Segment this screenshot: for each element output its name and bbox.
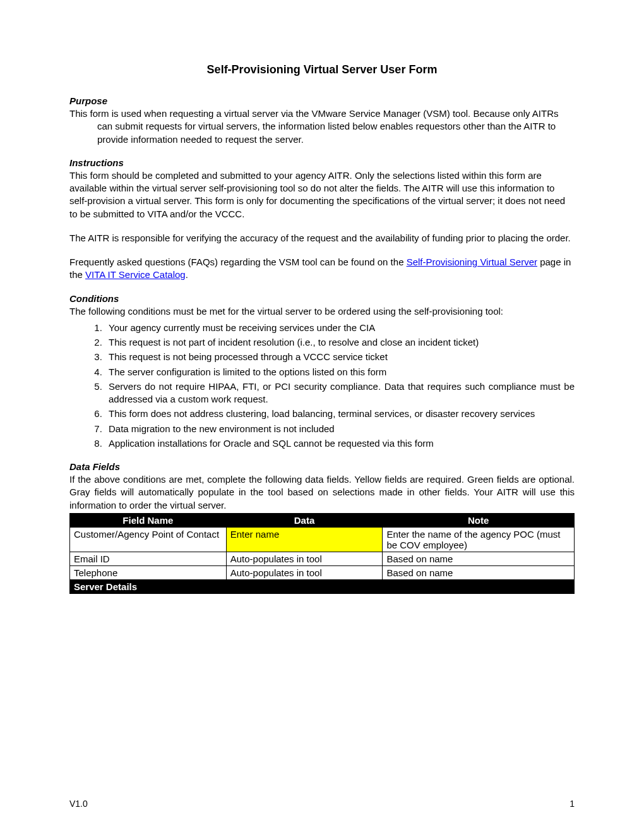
cell-data-required[interactable]: Enter name <box>226 527 383 552</box>
conditions-heading: Conditions <box>69 293 575 304</box>
condition-item: Application installations for Oracle and… <box>105 437 575 450</box>
cell-data-auto: Auto-populates in tool <box>226 552 383 565</box>
faq-posttext: . <box>186 269 188 280</box>
condition-item: Data migration to the new environment is… <box>105 423 575 435</box>
instructions-faq: Frequently asked questions (FAQs) regard… <box>69 256 575 282</box>
purpose-text: This form is used when requesting a virt… <box>69 107 575 146</box>
page-title: Self-Provisioning Virtual Server User Fo… <box>69 63 575 76</box>
document-page: Self-Provisioning Virtual Server User Fo… <box>0 0 644 834</box>
table-row: Telephone Auto-populates in tool Based o… <box>70 565 575 579</box>
link-self-provisioning[interactable]: Self-Provisioning Virtual Server <box>407 257 537 267</box>
instructions-para2: The AITR is responsible for verifying th… <box>69 232 575 245</box>
conditions-list: Your agency currently must be receiving … <box>69 322 575 450</box>
condition-item: Servers do not require HIPAA, FTI, or PC… <box>105 380 575 406</box>
instructions-heading: Instructions <box>69 157 575 168</box>
table-row: Customer/Agency Point of Contact Enter n… <box>70 527 575 552</box>
datafields-heading: Data Fields <box>69 461 575 472</box>
col-field-name: Field Name <box>70 513 227 527</box>
section-server-details: Server Details <box>70 579 575 593</box>
version-label: V1.0 <box>69 799 88 809</box>
col-data: Data <box>226 513 383 527</box>
link-service-catalog[interactable]: VITA IT Service Catalog <box>85 269 186 280</box>
condition-item: The server configuration is limited to t… <box>105 366 575 378</box>
table-section-row: Server Details <box>70 579 575 593</box>
cell-note: Enter the name of the agency POC (must b… <box>383 527 575 552</box>
condition-item: This request is not part of incident res… <box>105 336 575 349</box>
cell-note: Based on name <box>383 552 575 565</box>
cell-field: Telephone <box>70 565 227 579</box>
cell-data-auto: Auto-populates in tool <box>226 565 383 579</box>
condition-item: This request is not being processed thro… <box>105 351 575 363</box>
instructions-para1: This form should be completed and submit… <box>69 169 575 221</box>
table-row: Email ID Auto-populates in tool Based on… <box>70 552 575 565</box>
page-footer: V1.0 1 <box>69 799 575 809</box>
cell-field: Customer/Agency Point of Contact <box>70 527 227 552</box>
condition-item: Your agency currently must be receiving … <box>105 322 575 334</box>
col-note: Note <box>383 513 575 527</box>
page-number: 1 <box>569 799 575 809</box>
conditions-intro: The following conditions must be met for… <box>69 305 575 318</box>
cell-note: Based on name <box>383 565 575 579</box>
purpose-heading: Purpose <box>69 95 575 106</box>
condition-item: This form does not address clustering, l… <box>105 408 575 420</box>
cell-field: Email ID <box>70 552 227 565</box>
data-fields-table: Field Name Data Note Customer/Agency Poi… <box>69 513 575 594</box>
datafields-intro: If the above conditions are met, complet… <box>69 473 575 512</box>
faq-pretext: Frequently asked questions (FAQs) regard… <box>69 257 407 267</box>
table-header-row: Field Name Data Note <box>70 513 575 527</box>
